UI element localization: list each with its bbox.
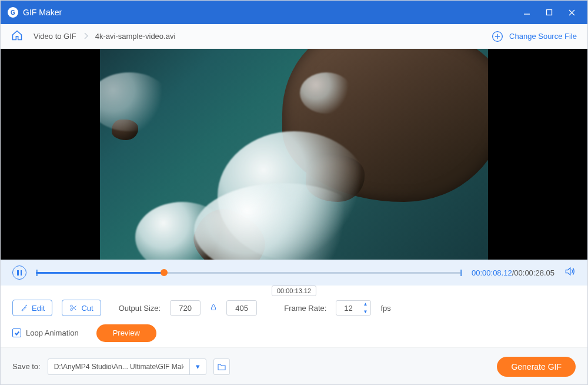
frame-rate-label: Frame Rate: [284,304,326,313]
width-input[interactable] [170,300,201,316]
spinner-up[interactable]: ▲ [360,300,370,308]
app-title: GIF Maker [23,8,62,17]
lock-icon [210,303,217,311]
seek-bar: 00:00:08.12/00:00:28.05 [1,260,587,286]
chevron-right-icon [83,32,88,41]
breadcrumb-root[interactable]: Video to GIF [34,32,76,41]
save-row: Save to: ▾ Generate GIF [1,348,587,385]
options-row: Edit Cut Output Size: Frame Rate: ▲ ▼ fp… [1,297,587,318]
minimize-button[interactable] [516,1,538,24]
edit-button[interactable]: Edit [12,300,52,316]
video-preview[interactable] [1,49,587,260]
save-path-dropdown[interactable]: ▾ [189,359,206,374]
wand-icon [20,304,28,312]
play-pause-button[interactable] [12,265,26,280]
maximize-button[interactable] [538,1,560,24]
seek-track[interactable] [36,272,462,274]
plus-circle-icon [492,31,503,42]
svg-rect-1 [547,10,552,15]
frame-rate-input[interactable]: ▲ ▼ [336,300,371,316]
folder-icon [217,363,226,371]
lock-aspect-button[interactable] [210,303,217,313]
loop-animation-checkbox[interactable]: Loop Animation [12,328,79,337]
home-icon[interactable] [11,29,23,43]
tooltip-row: 00:00:13.12 [1,286,587,297]
save-to-label: Save to: [12,362,41,371]
spinner-down[interactable]: ▼ [360,308,370,316]
volume-button[interactable] [564,265,576,280]
current-time: 00:00:08.12 [472,268,512,277]
cut-button[interactable]: Cut [62,300,101,316]
height-input[interactable] [226,300,257,316]
save-path-field: ▾ [48,359,206,375]
preview-row: Loop Animation Preview [1,318,587,348]
checkbox-icon [12,328,21,337]
change-source-label: Change Source File [509,32,577,41]
seek-progress [36,272,164,274]
titlebar: G GIF Maker [1,1,587,24]
generate-gif-button[interactable]: Generate GIF [497,357,576,377]
timecode-display: 00:00:08.12/00:00:28.05 [472,268,554,277]
app-logo: G [8,7,18,18]
save-path-input[interactable] [48,359,189,374]
loop-animation-label: Loop Animation [26,328,79,337]
output-size-label: Output Size: [119,304,161,313]
close-button[interactable] [560,1,583,24]
breadcrumb-bar: Video to GIF 4k-avi-sample-video.avi Cha… [1,24,587,49]
total-time: 00:00:28.05 [514,268,554,277]
fps-label: fps [380,304,390,313]
video-frame [100,49,488,260]
pause-icon [17,270,21,276]
hover-time-tooltip: 00:00:13.12 [272,286,316,296]
svg-rect-11 [212,307,216,310]
scissors-icon [69,304,78,312]
change-source-button[interactable]: Change Source File [492,31,577,42]
seek-thumb[interactable] [161,269,168,276]
browse-folder-button[interactable] [213,359,230,375]
range-end-handle[interactable] [460,270,462,276]
breadcrumb-file[interactable]: 4k-avi-sample-video.avi [95,32,176,41]
preview-button[interactable]: Preview [96,324,156,342]
